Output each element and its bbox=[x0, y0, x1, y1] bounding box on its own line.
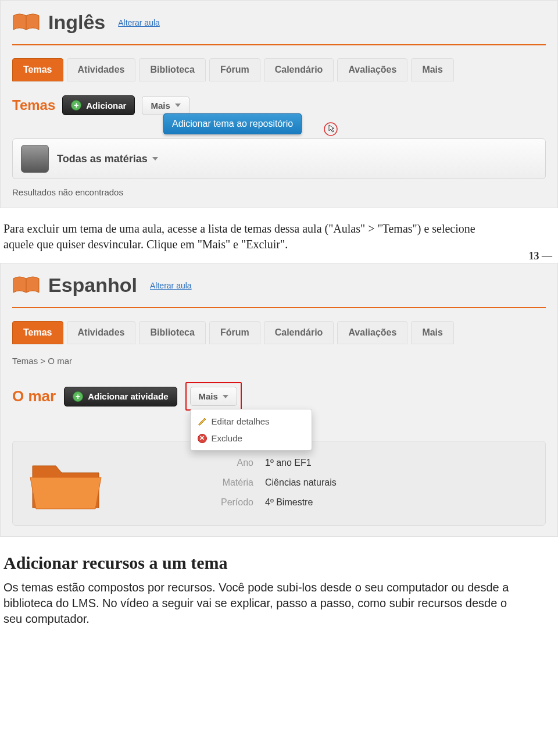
plus-icon: + bbox=[71, 100, 81, 110]
breadcrumb-current: O mar bbox=[48, 356, 72, 366]
course-header: Inglês Alterar aula bbox=[12, 1, 546, 41]
val-ano: 1º ano EF1 bbox=[265, 458, 337, 468]
more-button[interactable]: Mais bbox=[142, 96, 189, 115]
breadcrumb: Temas > O mar bbox=[12, 356, 546, 366]
divider bbox=[12, 307, 546, 308]
plus-icon: + bbox=[73, 391, 83, 402]
tab-forum[interactable]: Fórum bbox=[209, 321, 260, 344]
more-highlight-box: Mais Editar detalhes ✕ Exclude bbox=[185, 382, 242, 411]
dd-exclude-label: Exclude bbox=[212, 433, 242, 443]
dd-exclude[interactable]: ✕ Exclude bbox=[191, 430, 312, 447]
dd-edit-details[interactable]: Editar detalhes bbox=[191, 413, 312, 430]
topic-details-panel: Ano 1º ano EF1 Matéria Ciências naturais… bbox=[12, 441, 546, 526]
caret-down-icon bbox=[152, 157, 158, 161]
section-heading: Adicionar recursos a um tema bbox=[3, 553, 555, 573]
course-header: Espanhol Alterar aula bbox=[12, 263, 546, 304]
pencil-icon bbox=[198, 417, 207, 426]
add-button-label: Adicionar bbox=[86, 101, 126, 110]
page-number: 13 bbox=[529, 250, 553, 262]
label-materia: Matéria bbox=[195, 477, 253, 488]
tab-biblioteca[interactable]: Biblioteca bbox=[139, 321, 205, 344]
body-paragraph: Os temas estão compostos por recursos. V… bbox=[3, 580, 515, 627]
subjects-filter[interactable]: Todas as matérias bbox=[12, 138, 546, 179]
divider bbox=[12, 44, 546, 45]
repo-tooltip[interactable]: Adicionar tema ao repositório bbox=[163, 113, 302, 134]
folder-icon bbox=[28, 454, 103, 512]
tab-calendario[interactable]: Calendário bbox=[264, 321, 334, 344]
add-activity-label: Adicionar atividade bbox=[88, 391, 168, 401]
tab-avaliacoes[interactable]: Avaliações bbox=[337, 321, 407, 344]
topic-title: O mar bbox=[12, 387, 56, 405]
book-icon bbox=[12, 275, 40, 296]
val-periodo: 4º Bimestre bbox=[265, 497, 337, 508]
screenshot-ingles: Inglês Alterar aula Temas Atividades Bib… bbox=[0, 0, 558, 208]
x-icon: ✕ bbox=[198, 434, 207, 443]
subjects-label: Todas as matérias bbox=[57, 153, 158, 165]
book-icon bbox=[12, 12, 40, 33]
change-course-link[interactable]: Alterar aula bbox=[150, 281, 192, 290]
course-title: Espanhol bbox=[48, 274, 137, 297]
section-title: Temas bbox=[12, 97, 55, 113]
subjects-label-text: Todas as matérias bbox=[57, 153, 148, 165]
course-title: Inglês bbox=[48, 11, 105, 34]
breadcrumb-sep: > bbox=[40, 356, 48, 366]
tab-forum[interactable]: Fórum bbox=[209, 58, 260, 81]
label-periodo: Período bbox=[195, 497, 253, 508]
tab-atividades[interactable]: Atividades bbox=[67, 58, 136, 81]
tab-temas[interactable]: Temas bbox=[12, 321, 63, 344]
instruction-paragraph: Para excluir um tema de uma aula, acesse… bbox=[3, 221, 503, 252]
cursor-icon bbox=[323, 122, 338, 137]
subject-thumb-icon bbox=[21, 145, 49, 173]
caret-down-icon bbox=[223, 395, 228, 398]
breadcrumb-root[interactable]: Temas bbox=[12, 356, 38, 366]
add-activity-button[interactable]: + Adicionar atividade bbox=[64, 387, 177, 406]
tab-calendario[interactable]: Calendário bbox=[264, 58, 334, 81]
section-header: Temas + Adicionar Mais bbox=[12, 95, 546, 115]
label-ano: Ano bbox=[195, 458, 253, 468]
screenshot-espanhol: Espanhol Alterar aula Temas Atividades B… bbox=[0, 263, 558, 537]
tab-mais[interactable]: Mais bbox=[411, 58, 454, 81]
change-course-link[interactable]: Alterar aula bbox=[118, 18, 160, 27]
tab-bar: Temas Atividades Biblioteca Fórum Calend… bbox=[12, 321, 546, 344]
more-button[interactable]: Mais bbox=[190, 387, 237, 406]
details-table: Ano 1º ano EF1 Matéria Ciências naturais… bbox=[195, 458, 337, 508]
val-materia: Ciências naturais bbox=[265, 477, 337, 488]
caret-down-icon bbox=[175, 104, 181, 107]
topic-header: O mar + Adicionar atividade Mais Editar … bbox=[12, 382, 546, 411]
more-button-label: Mais bbox=[199, 391, 218, 401]
results-text: Resultados não encontrados bbox=[12, 187, 546, 197]
tab-bar: Temas Atividades Biblioteca Fórum Calend… bbox=[12, 58, 546, 81]
tab-mais[interactable]: Mais bbox=[411, 321, 454, 344]
tab-avaliacoes[interactable]: Avaliações bbox=[337, 58, 407, 81]
tab-atividades[interactable]: Atividades bbox=[67, 321, 136, 344]
tab-biblioteca[interactable]: Biblioteca bbox=[139, 58, 205, 81]
more-button-label: Mais bbox=[151, 101, 170, 110]
add-button[interactable]: + Adicionar bbox=[62, 95, 135, 115]
tab-temas[interactable]: Temas bbox=[12, 58, 63, 81]
dd-edit-label: Editar detalhes bbox=[212, 416, 270, 426]
more-dropdown: Editar detalhes ✕ Exclude bbox=[190, 409, 312, 451]
